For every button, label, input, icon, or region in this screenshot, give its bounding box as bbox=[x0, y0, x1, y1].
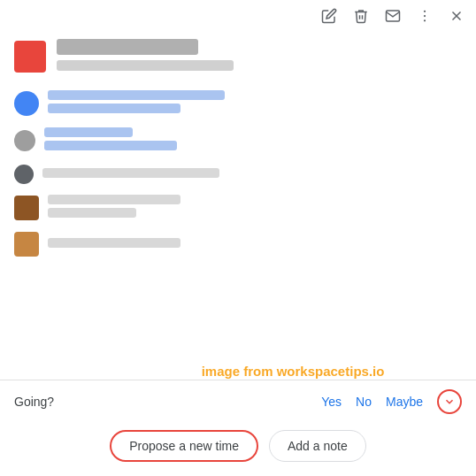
attendee-email-blurred bbox=[44, 141, 177, 150]
rsvp-yes[interactable]: Yes bbox=[318, 393, 345, 411]
attendee-row bbox=[14, 165, 462, 184]
attendee-name-blurred bbox=[48, 90, 225, 100]
attendee-info bbox=[48, 90, 462, 117]
attendee-name-blurred bbox=[44, 127, 133, 137]
event-title-blurred bbox=[57, 39, 198, 55]
event-detail-panel: image from workspacetips.io Going? Yes N… bbox=[0, 0, 476, 476]
event-content: image from workspacetips.io bbox=[0, 28, 476, 380]
event-header bbox=[14, 39, 462, 76]
propose-new-time-button[interactable]: Propose a new time bbox=[110, 430, 258, 462]
attendee-row bbox=[14, 127, 462, 154]
attendee-name-blurred bbox=[48, 238, 180, 248]
event-date-blurred bbox=[57, 60, 234, 71]
rsvp-maybe[interactable]: Maybe bbox=[382, 393, 426, 411]
svg-point-1 bbox=[424, 15, 426, 17]
toolbar bbox=[0, 0, 476, 28]
attendee-name-blurred bbox=[42, 168, 219, 178]
rsvp-bar: Going? Yes No Maybe bbox=[0, 380, 476, 423]
attendee-info bbox=[48, 238, 462, 251]
attendee-info bbox=[44, 127, 462, 154]
attendee-name-blurred bbox=[48, 195, 180, 204]
attendees-list bbox=[14, 90, 462, 257]
avatar bbox=[14, 196, 39, 220]
avatar bbox=[14, 130, 35, 151]
attendee-info bbox=[42, 168, 462, 181]
delete-icon[interactable] bbox=[352, 7, 370, 25]
attendee-row bbox=[14, 195, 462, 221]
attendee-email-blurred bbox=[48, 208, 136, 218]
avatar bbox=[14, 91, 39, 116]
avatar bbox=[14, 165, 34, 184]
event-title-info bbox=[57, 39, 462, 76]
email-icon[interactable] bbox=[384, 7, 402, 25]
watermark: image from workspacetips.io bbox=[202, 364, 385, 379]
attendee-email-blurred bbox=[48, 104, 180, 113]
action-buttons-row: Propose a new time Add a note bbox=[0, 423, 476, 476]
svg-point-0 bbox=[424, 11, 426, 12]
rsvp-dropdown-button[interactable] bbox=[437, 389, 462, 414]
avatar bbox=[14, 232, 39, 257]
svg-point-2 bbox=[424, 19, 426, 21]
event-calendar-icon bbox=[14, 41, 46, 73]
going-label: Going? bbox=[14, 395, 311, 409]
attendee-row bbox=[14, 232, 462, 257]
attendee-row bbox=[14, 90, 462, 117]
close-icon[interactable] bbox=[448, 7, 465, 25]
rsvp-no[interactable]: No bbox=[352, 393, 375, 411]
edit-icon[interactable] bbox=[320, 7, 338, 25]
more-icon[interactable] bbox=[416, 7, 434, 25]
add-note-button[interactable]: Add a note bbox=[269, 430, 366, 462]
attendee-info bbox=[48, 195, 462, 221]
